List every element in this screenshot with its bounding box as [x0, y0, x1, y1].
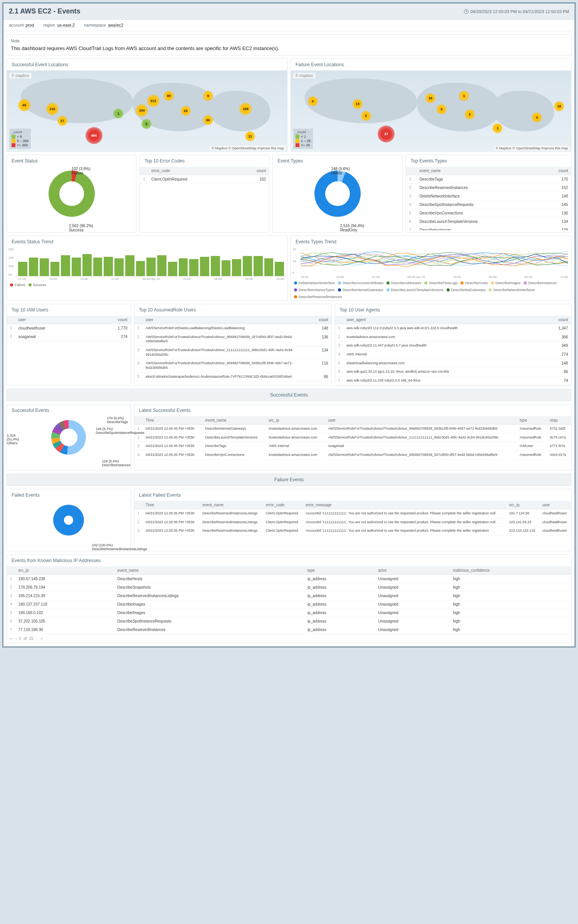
- map-success[interactable]: © mapbox _count < 8 8 – 368 >= 369 © Map…: [7, 70, 287, 151]
- pager-first[interactable]: ⇤: [10, 636, 13, 641]
- map-bubble[interactable]: 4: [308, 96, 318, 106]
- bar[interactable]: [232, 259, 241, 276]
- map-bubble[interactable]: 16: [425, 93, 435, 103]
- table-row[interactable]: 104/21/2023 12:45:35 PM +0530DescribeRes…: [134, 509, 571, 518]
- bar[interactable]: [146, 258, 156, 276]
- donut-success[interactable]: [51, 420, 86, 455]
- table-row[interactable]: 2trustedadvisor.amazonaws.com386: [335, 333, 571, 341]
- donut-event-types[interactable]: [314, 171, 361, 217]
- bar[interactable]: [189, 259, 198, 276]
- table-row[interactable]: 204/21/2023 12:45:45 PM +0530DescribeLau…: [134, 433, 571, 442]
- bar[interactable]: [222, 260, 231, 276]
- table-row[interactable]: 1cloudhealthuser1,770: [7, 324, 131, 333]
- filter-namespace[interactable]: namespaceaws/ec2: [84, 23, 123, 28]
- table-row[interactable]: 6DescribeLaunchTemplateVersions134: [406, 218, 571, 226]
- table-row[interactable]: 3aws-sdk-ruby2/2.11.447 jruby/2.5.7 java…: [335, 341, 571, 350]
- map-bubble[interactable]: 18: [554, 101, 564, 111]
- table-row[interactable]: 637.202.105.105DescribeSpotInstanceReque…: [7, 617, 571, 625]
- map-bubble[interactable]: 216: [46, 103, 59, 115]
- bar[interactable]: [93, 258, 102, 276]
- map-attribution[interactable]: © Mapbox © OpenStreetMap Improve this ma…: [210, 146, 286, 151]
- table-row[interactable]: 4190.137.237.118DescribeImagesip_address…: [7, 600, 571, 608]
- table-row[interactable]: 2soagarwal274: [7, 333, 131, 341]
- table-row[interactable]: 204/21/2023 12:20:35 PM +0530DescribeRes…: [134, 518, 571, 527]
- map-bubble[interactable]: 313: [147, 95, 160, 107]
- bar[interactable]: [18, 262, 27, 276]
- bar[interactable]: [179, 258, 188, 276]
- map-bubble[interactable]: 13: [353, 99, 363, 109]
- bar[interactable]: [243, 256, 252, 276]
- map-bubble[interactable]: 1: [492, 123, 502, 133]
- table-row[interactable]: 3186.214.215.39DescribeReservedInstances…: [7, 591, 571, 600]
- donut-event-status[interactable]: [49, 171, 95, 217]
- table-row[interactable]: 304/21/2023 12:20:35 PM +0530DescribeRes…: [134, 527, 571, 536]
- linechart-types-trend[interactable]: [301, 248, 568, 275]
- table-row[interactable]: 777.110.188.30DescribeReservedInstancesi…: [7, 625, 571, 634]
- table-row[interactable]: 304/21/2023 12:45:45 PM +0530DescribeTag…: [134, 442, 571, 451]
- table-row[interactable]: 3AWSServiceRoleForTrustedAdvisor/Trusted…: [134, 346, 331, 359]
- bar[interactable]: [264, 258, 274, 276]
- table-row[interactable]: 1DescribeTags170: [406, 175, 571, 184]
- bar[interactable]: [72, 258, 81, 276]
- table-row[interactable]: 6aws-sdk-go/1.33.14 (go1.13.15; linux; a…: [335, 368, 571, 377]
- bar[interactable]: [275, 262, 284, 276]
- table-row[interactable]: 2AWSServiceRoleForTrustedAdvisor/Trusted…: [134, 333, 331, 346]
- table-row[interactable]: 104/21/2023 12:45:45 PM +0530DescribeInt…: [134, 424, 571, 433]
- bar[interactable]: [50, 262, 60, 276]
- table-row[interactable]: 1AWSServiceRoleForElasticLoadBalancing/E…: [134, 324, 331, 333]
- table-row[interactable]: 1aws-sdk-ruby3/3.112.0 jruby/2.3.3 java …: [335, 324, 571, 333]
- map-bubble[interactable]: 66: [203, 115, 213, 125]
- map-bubble[interactable]: 11: [245, 131, 255, 141]
- table-row[interactable]: 7aws-sdk-ruby2/2.11.234 ruby/2.5.5 x86_6…: [335, 377, 571, 385]
- bar[interactable]: [40, 258, 49, 276]
- map-bubble[interactable]: 5: [361, 111, 371, 121]
- bar[interactable]: [168, 262, 177, 276]
- pager-prev[interactable]: ‹: [15, 636, 17, 641]
- bar[interactable]: [200, 257, 209, 276]
- filter-region[interactable]: regionus-east-2: [44, 23, 75, 28]
- filter-account[interactable]: accountprod: [9, 23, 34, 28]
- table-row[interactable]: 7DescribeInstances129: [406, 226, 571, 231]
- table-row[interactable]: 5elasticloadbalancing.amazonaws.com148: [335, 359, 571, 368]
- bar[interactable]: [211, 256, 220, 276]
- table-row[interactable]: 1190.67.149.238DescribeHostsip_addressUn…: [7, 574, 571, 583]
- map-attribution[interactable]: © Mapbox © OpenStreetMap Improve this ma…: [494, 146, 570, 151]
- map-bubble[interactable]: 5: [141, 119, 151, 129]
- bar[interactable]: [29, 258, 38, 276]
- table-row[interactable]: 4AWSServiceRoleForTrustedAdvisor/Trusted…: [134, 359, 331, 372]
- table-row[interactable]: 2178.206.79.194DescribeSnapshotsip_addre…: [7, 583, 571, 591]
- map-bubble[interactable]: 27: [57, 116, 67, 126]
- map-failure[interactable]: © mapbox _count < 1 1 – 28 >= 29 © Mapbo…: [291, 70, 571, 151]
- bar[interactable]: [114, 258, 124, 276]
- table-row[interactable]: 5198.168.0.102DescribeImagesip_addressUn…: [7, 608, 571, 617]
- table-row[interactable]: 2DescribeReservedInstances152: [406, 184, 571, 192]
- map-bubble[interactable]: 20: [181, 106, 191, 116]
- table-row[interactable]: 5DescribeVpnConnections136: [406, 209, 571, 218]
- map-bubble[interactable]: 1: [459, 91, 469, 101]
- map-bubble[interactable]: 90: [164, 91, 174, 101]
- bar[interactable]: [136, 261, 145, 276]
- map-bubble[interactable]: 37: [378, 126, 395, 142]
- pager-last[interactable]: ⇥: [39, 636, 42, 641]
- map-bubble[interactable]: 9: [203, 91, 213, 101]
- map-bubble[interactable]: 1: [113, 109, 123, 119]
- table-row[interactable]: 3DeleteNetworkInterface148: [406, 192, 571, 201]
- table-row[interactable]: 4AWS Internal274: [335, 350, 571, 359]
- table-row[interactable]: 5eksctl-nitineksclusterapachedemo1-NodeI…: [134, 372, 331, 381]
- bar[interactable]: [254, 256, 263, 276]
- bar[interactable]: [125, 255, 134, 276]
- barchart-status-trend[interactable]: [15, 248, 287, 276]
- map-bubble[interactable]: 3: [465, 109, 475, 119]
- map-bubble[interactable]: 484: [86, 127, 102, 144]
- table-row[interactable]: 1Client.OptInRequired102: [140, 175, 269, 184]
- bar[interactable]: [104, 257, 113, 276]
- table-row[interactable]: 4DescribeSpotInstanceRequests145: [406, 201, 571, 209]
- table-row[interactable]: 404/21/2023 12:45:45 PM +0530DescribeVpn…: [134, 450, 571, 459]
- bar[interactable]: [61, 255, 70, 276]
- bar[interactable]: [82, 254, 92, 276]
- donut-failed[interactable]: [53, 505, 84, 536]
- pager-next[interactable]: ›: [35, 636, 37, 641]
- map-bubble[interactable]: 45: [18, 99, 30, 111]
- bar[interactable]: [157, 255, 166, 276]
- time-range[interactable]: 04/20/2023 12:50:03 PM to 04/21/2023 12:…: [464, 9, 569, 14]
